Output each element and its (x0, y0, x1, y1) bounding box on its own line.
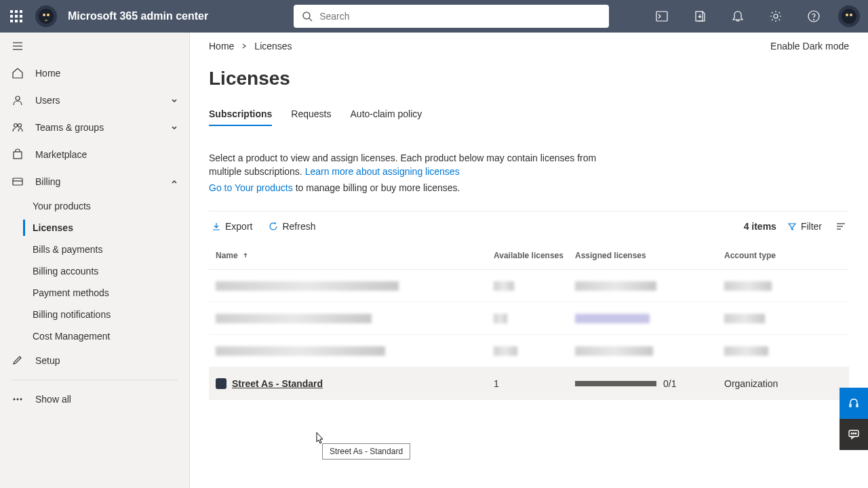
table-toolbar: Export Refresh 4 items Filter (209, 211, 849, 241)
hover-tooltip: Street As - Standard (322, 443, 410, 460)
column-account[interactable]: Account type (724, 251, 849, 260)
svg-point-31 (14, 399, 16, 401)
refresh-icon (269, 222, 278, 231)
global-header: Microsoft 365 admin center (0, 0, 868, 33)
nav-label: Show all (35, 394, 71, 405)
column-name[interactable]: Name (209, 251, 494, 260)
svg-point-33 (20, 399, 22, 401)
svg-point-38 (851, 433, 852, 434)
nav-show-all[interactable]: Show all (0, 386, 189, 413)
nav-divider (11, 380, 178, 380)
tenant-logo[interactable] (35, 5, 57, 27)
nav-payment-methods[interactable]: Payment methods (0, 282, 189, 304)
nav-billing-notifications[interactable]: Billing notifications (0, 304, 189, 325)
product-icon (216, 378, 226, 389)
refresh-button[interactable]: Refresh (266, 218, 318, 235)
notifications-icon[interactable] (724, 3, 751, 30)
table-row[interactable] (209, 302, 849, 335)
download-icon[interactable] (686, 3, 713, 30)
svg-rect-14 (656, 12, 667, 21)
redacted-content (494, 346, 517, 356)
nav-label: Teams & groups (35, 122, 104, 133)
settings-icon[interactable] (762, 3, 789, 30)
search-box[interactable] (294, 5, 609, 28)
column-available[interactable]: Available licenses (494, 251, 575, 260)
breadcrumb-current: Licenses (254, 41, 292, 52)
table-row-street-as[interactable]: Street As - Standard 1 0/1 Organization (209, 367, 849, 400)
nav-label: Marketplace (35, 149, 87, 160)
search-icon (302, 11, 313, 22)
export-button[interactable]: Export (209, 218, 255, 235)
redacted-content (575, 346, 653, 356)
svg-point-39 (853, 433, 854, 434)
learn-more-link[interactable]: Learn more about assigning licenses (305, 166, 460, 177)
svg-point-32 (17, 399, 19, 401)
nav-your-products[interactable]: Your products (0, 195, 189, 217)
account-avatar[interactable] (838, 5, 860, 27)
svg-rect-6 (10, 20, 13, 22)
main-content: Home Licenses Enable Dark mode Licenses … (190, 33, 868, 488)
teams-icon (11, 121, 24, 134)
tab-requests[interactable]: Requests (291, 103, 331, 126)
redacted-content (216, 346, 385, 356)
svg-point-21 (850, 14, 852, 16)
redacted-content (724, 346, 768, 356)
table-header: Name Available licenses Assigned license… (209, 241, 849, 270)
app-title: Microsoft 365 admin center (68, 10, 208, 22)
description-text: Select a product to view and assign lice… (209, 151, 616, 178)
tabs: Subscriptions Requests Auto-claim policy (209, 103, 849, 127)
table-row[interactable] (209, 270, 849, 302)
list-options-button[interactable] (833, 218, 849, 235)
app-launcher-icon[interactable] (8, 8, 24, 24)
redacted-content (216, 281, 399, 291)
breadcrumb-home[interactable]: Home (209, 41, 234, 52)
tab-subscriptions[interactable]: Subscriptions (209, 103, 272, 126)
dark-mode-toggle[interactable]: Enable Dark mode (770, 41, 849, 52)
nav-marketplace[interactable]: Marketplace (0, 141, 189, 168)
chevron-down-icon (170, 96, 178, 104)
page-title: Licenses (209, 68, 849, 89)
nav-home[interactable]: Home (0, 60, 189, 87)
svg-rect-5 (20, 15, 22, 18)
svg-rect-3 (10, 15, 13, 18)
svg-point-19 (842, 9, 856, 24)
search-input[interactable] (319, 11, 601, 22)
product-link[interactable]: Street As - Standard (232, 378, 323, 389)
nav-setup[interactable]: Setup (0, 347, 189, 374)
your-products-link[interactable]: Go to Your products (209, 182, 293, 193)
nav-cost-management[interactable]: Cost Management (0, 325, 189, 347)
description-text-2: Go to Your products to manage billing or… (209, 181, 849, 195)
progress-bar (575, 381, 656, 386)
column-assigned[interactable]: Assigned licenses (575, 251, 724, 260)
nav-licenses[interactable]: Licenses (0, 217, 189, 239)
nav-bills-payments[interactable]: Bills & payments (0, 239, 189, 260)
svg-point-40 (855, 433, 856, 434)
nav-sidebar: Home Users Teams & groups Marketplace Bi… (0, 33, 190, 488)
redacted-content (575, 281, 656, 291)
nav-billing-accounts[interactable]: Billing accounts (0, 260, 189, 282)
svg-rect-0 (10, 10, 13, 13)
filter-icon (787, 222, 797, 231)
svg-point-26 (14, 124, 18, 127)
users-icon (11, 94, 24, 107)
svg-line-13 (309, 18, 312, 21)
svg-rect-28 (14, 152, 22, 159)
help-icon[interactable] (800, 3, 827, 30)
nav-billing[interactable]: Billing (0, 168, 189, 195)
chevron-right-icon (241, 43, 248, 49)
support-tab[interactable] (840, 388, 868, 419)
redacted-content (575, 314, 650, 323)
table-row[interactable] (209, 335, 849, 367)
redacted-content (494, 314, 507, 323)
shell-icon[interactable] (648, 3, 675, 30)
nav-users[interactable]: Users (0, 87, 189, 114)
item-count: 4 items (744, 221, 776, 232)
tab-auto-claim[interactable]: Auto-claim policy (351, 103, 422, 126)
feedback-tab[interactable] (840, 419, 868, 450)
nav-collapse-button[interactable] (0, 33, 189, 60)
more-icon (11, 392, 24, 406)
redacted-content (494, 281, 514, 291)
filter-button[interactable]: Filter (787, 221, 822, 232)
cell-assigned: 0/1 (575, 378, 724, 389)
nav-teams-groups[interactable]: Teams & groups (0, 114, 189, 141)
